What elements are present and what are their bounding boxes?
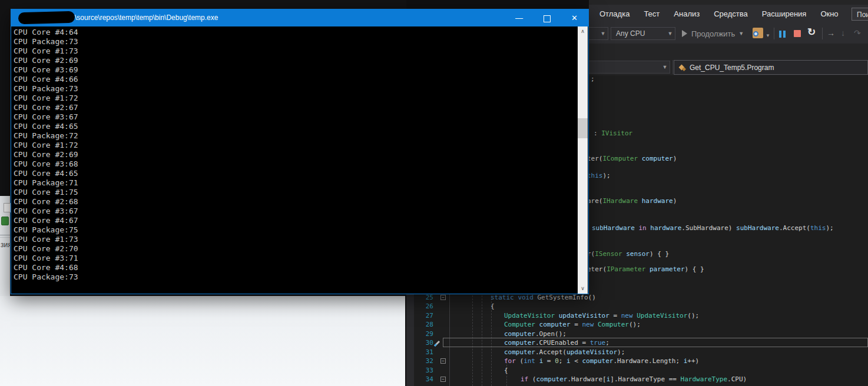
console-line: CPU Package:73 — [14, 272, 578, 282]
console-line: CPU Core #1:72 — [14, 141, 578, 150]
code-fragment: ter(IComputer computer) — [587, 154, 677, 164]
menu-item-отладка[interactable]: Отладка — [592, 5, 637, 24]
console-line: CPU Core #3:68 — [14, 159, 578, 169]
code-line-33: { — [504, 366, 508, 375]
console-output[interactable]: CPU Core #4:64CPU Package:73CPU Core #1:… — [11, 26, 578, 294]
line-number: 26 — [415, 302, 433, 311]
code-line-27: UpdateVisitor updateVisitor = new Update… — [504, 311, 699, 321]
console-line: CPU Core #2:70 — [14, 244, 578, 254]
code-fragment: are(IHardware hardware) — [587, 197, 677, 206]
magnifier-lens — [753, 31, 758, 36]
console-line: CPU Core #1:73 — [14, 46, 578, 56]
magnifier-folder-icon[interactable] — [753, 28, 763, 38]
menu-item-средства[interactable]: Средства — [707, 5, 755, 24]
chevron-down-icon: ▼ — [738, 31, 744, 36]
line-number: 29 — [415, 330, 433, 339]
play-icon — [682, 30, 687, 37]
scroll-up-arrow-icon[interactable]: ∧ — [578, 26, 588, 36]
pause-button[interactable] — [779, 29, 786, 40]
code-fragment: eter(IParameter parameter) { } — [587, 265, 704, 274]
code-line-35: { — [521, 384, 525, 386]
maximize-button[interactable] — [533, 9, 561, 26]
console-line: CPU Package:75 — [14, 225, 578, 235]
close-button[interactable]: ✕ — [561, 9, 588, 26]
console-line: CPU Core #4:65 — [14, 122, 578, 131]
console-line: CPU Core #2:69 — [14, 56, 578, 65]
class-icon — [678, 64, 687, 72]
minimize-button[interactable]: — — [505, 9, 533, 26]
console-line: CPU Package:73 — [14, 37, 578, 46]
console-line: CPU Core #2:68 — [14, 197, 578, 207]
continue-button[interactable]: Продолжить ▼ — [682, 27, 744, 40]
platform-dropdown[interactable]: Any CPU ▼ — [611, 27, 675, 40]
console-line: CPU Core #2:67 — [14, 103, 578, 112]
toolbar-separator — [774, 28, 774, 39]
line-number: 33 — [415, 366, 433, 375]
step-into-button[interactable]: ↓ — [841, 28, 845, 38]
green-app-icon — [1, 217, 9, 225]
screen: { "console": { "title_path": "\\source\\… — [0, 0, 868, 386]
menu-item-расширения[interactable]: Расширения — [755, 5, 814, 24]
console-line: CPU Core #4:66 — [14, 75, 578, 84]
code-fragment: subHardware in hardware.SubHardware) sub… — [592, 224, 834, 233]
redaction-blob — [18, 11, 75, 25]
console-line: CPU Core #1:73 — [14, 235, 578, 244]
code-fragment: ; — [591, 75, 595, 84]
menu-item-тест[interactable]: Тест — [637, 5, 667, 24]
console-line: CPU Core #1:75 — [14, 188, 578, 197]
scroll-down-arrow-icon[interactable]: ∨ — [578, 284, 588, 294]
line-number: 35 — [415, 384, 433, 386]
navbar-separator — [672, 60, 673, 74]
line-number: 27 — [415, 311, 433, 321]
toolbar-separator — [822, 28, 823, 39]
console-line: CPU Core #2:69 — [14, 150, 578, 159]
fragment-label: зия — [1, 241, 12, 249]
edit-pencil-icon — [433, 340, 441, 347]
background-window-fragment — [0, 296, 405, 386]
console-line: CPU Package:73 — [14, 84, 578, 94]
code-line-34: if (computer.Hardware[i].HardwareType ==… — [521, 375, 747, 384]
vs-search-box[interactable]: Пои — [852, 8, 868, 21]
code-line-32: for (int i = 0; i < computer.Hardware.Le… — [504, 357, 699, 366]
console-line: CPU Package:72 — [14, 131, 578, 141]
code-line-31: computer.Accept(updateVisitor); — [504, 348, 625, 357]
console-window: \source\repos\temp\temp\bin\Debug\temp.e… — [11, 9, 589, 294]
chevron-down-icon[interactable]: ▼ — [766, 33, 770, 38]
console-line: CPU Core #4:64 — [14, 28, 578, 37]
fold-collapse-box[interactable]: − — [440, 358, 446, 364]
window-frame-shadow — [406, 0, 589, 9]
show-next-statement-button[interactable]: → — [827, 28, 835, 38]
console-title: \source\repos\temp\temp\bin\Debug\temp.e… — [75, 9, 218, 26]
code-fragment: : IVisitor — [594, 129, 632, 138]
line-number: 28 — [415, 320, 433, 330]
line-number: 30 — [415, 338, 433, 348]
code-fragment: r(ISensor sensor) { } — [587, 249, 669, 259]
code-fragment: this); — [587, 171, 611, 181]
editor-gutter — [406, 294, 414, 386]
console-line: CPU Core #4:65 — [14, 169, 578, 178]
fragment-button — [4, 203, 11, 212]
fold-collapse-box[interactable]: − — [440, 377, 446, 382]
chevron-down-icon: ▼ — [598, 31, 608, 36]
type-dropdown[interactable]: Get_CPU_Temp5.Program — [674, 60, 868, 75]
console-line: CPU Core #3:69 — [14, 65, 578, 75]
stop-button[interactable] — [794, 30, 801, 37]
console-line: CPU Core #3:71 — [14, 254, 578, 263]
step-over-button[interactable]: ↷ — [854, 28, 861, 38]
code-line-28: Computer computer = new Computer(); — [504, 320, 641, 330]
restart-button[interactable]: ↻ — [807, 26, 816, 38]
chevron-down-icon: ▼ — [660, 64, 670, 70]
menu-item-анализ[interactable]: Анализ — [667, 5, 707, 24]
line-number: 34 — [415, 375, 433, 384]
scrollbar-thumb[interactable] — [578, 118, 588, 138]
chevron-down-icon: ▼ — [665, 31, 675, 36]
code-line-30: computer.CPUEnabled = true; — [504, 338, 609, 348]
line-number: 31 — [415, 348, 433, 357]
console-line: CPU Core #3:67 — [14, 207, 578, 216]
fold-collapse-box[interactable]: − — [440, 295, 446, 300]
continue-label: Продолжить — [691, 29, 735, 38]
console-scrollbar[interactable]: ∧ ∨ — [578, 26, 588, 294]
line-number: 32 — [415, 357, 433, 366]
console-titlebar[interactable]: \source\repos\temp\temp\bin\Debug\temp.e… — [11, 9, 588, 26]
menu-item-окно[interactable]: Окно — [813, 5, 845, 24]
